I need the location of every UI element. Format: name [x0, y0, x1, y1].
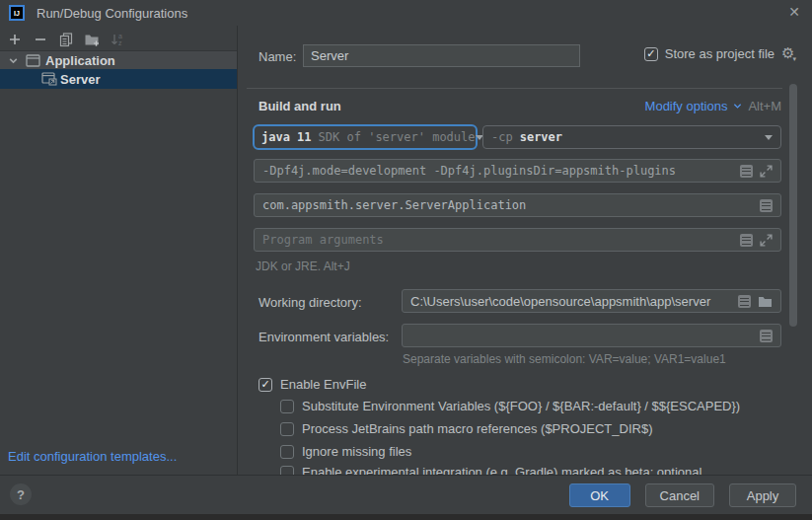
envfile-option-label: Substitute Environment Variables (${FOO}… [302, 399, 740, 413]
tree-item-label: Server [60, 72, 100, 87]
insert-macros-icon[interactable] [740, 165, 753, 178]
gear-icon[interactable]: ⚙▾ [781, 45, 798, 60]
vertical-scrollbar[interactable] [789, 84, 797, 327]
configurations-toolbar: az [5, 30, 126, 48]
store-as-project-file-label: Store as project file [665, 46, 775, 61]
ignore-missing-files-checkbox[interactable] [280, 445, 294, 459]
footer-buttons: OK Cancel Apply [569, 483, 796, 507]
sort-alphabetically-icon[interactable]: az [108, 30, 126, 48]
substitute-env-vars-checkbox[interactable] [280, 400, 294, 413]
remove-icon[interactable] [31, 30, 49, 48]
working-directory-field [402, 289, 781, 313]
section-divider [247, 88, 782, 89]
jdk-combo-value: java 11 [261, 130, 312, 144]
insert-macros-icon[interactable] [740, 234, 753, 247]
chevron-down-icon[interactable] [8, 55, 20, 66]
envfile-option-row: Substitute Environment Variables (${FOO}… [280, 399, 740, 413]
envfile-option-label: Ignore missing files [302, 444, 411, 459]
sidebar-divider [237, 26, 238, 475]
classpath-value: server [520, 130, 562, 144]
classpath-prefix: -cp [491, 130, 513, 144]
name-input[interactable] [304, 45, 579, 66]
program-arguments-field [254, 228, 781, 252]
modify-options-row: Modify options Alt+M [645, 99, 781, 113]
close-icon[interactable]: ✕ [788, 4, 800, 20]
new-folder-icon[interactable] [82, 30, 101, 48]
enable-envfile-label: Enable EnvFile [280, 377, 366, 392]
expand-field-icon[interactable] [760, 165, 773, 178]
jdk-combo-hint: SDK of 'server' module [319, 130, 476, 144]
name-label: Name: [258, 49, 296, 64]
tree-group-application[interactable]: Application [0, 51, 237, 69]
classpath-combo[interactable]: -cp server [482, 125, 781, 149]
dialog-title: Run/Debug Configurations [37, 6, 187, 21]
expand-field-icon[interactable] [760, 234, 773, 247]
main-class-field [254, 193, 781, 217]
environment-variables-label: Environment variables: [258, 330, 389, 344]
background-window-strip [0, 514, 812, 520]
apply-button[interactable]: Apply [729, 483, 796, 507]
jdk-hint: JDK or JRE. Alt+J [256, 260, 350, 273]
help-icon[interactable]: ? [10, 483, 32, 505]
enable-envfile-row: Enable EnvFile [258, 377, 366, 392]
application-icon [26, 54, 40, 67]
store-as-project-file-row: Store as project file ⚙▾ [644, 46, 798, 61]
copy-icon[interactable] [56, 30, 75, 48]
intellij-logo-icon: IJ [9, 5, 25, 21]
cancel-button[interactable]: Cancel [645, 483, 714, 507]
edit-configuration-templates-link[interactable]: Edit configuration templates... [8, 449, 177, 464]
insert-macros-icon[interactable] [760, 199, 773, 212]
vm-options-input[interactable] [255, 160, 780, 182]
program-arguments-input[interactable] [255, 229, 780, 251]
environment-variables-hint: Separate variables with semicolon: VAR=v… [403, 352, 726, 366]
enable-envfile-checkbox[interactable] [258, 378, 272, 392]
chevron-down-icon[interactable] [733, 102, 742, 111]
main-class-input[interactable] [255, 194, 780, 216]
envfile-option-row: Ignore missing files [280, 444, 411, 459]
build-and-run-header: Build and run [258, 99, 341, 113]
run-debug-configurations-dialog: IJ Run/Debug Configurations ✕ az Applica… [0, 0, 812, 520]
envfile-option-label: Process JetBrains path macro references … [302, 421, 652, 436]
environment-variables-input[interactable] [403, 325, 780, 346]
svg-text:a: a [118, 33, 122, 39]
working-directory-label: Working directory: [258, 295, 362, 310]
dropdown-arrow-icon[interactable] [765, 135, 773, 140]
envfile-option-row: Process JetBrains path macro references … [280, 421, 652, 436]
environment-variables-field [402, 324, 781, 347]
application-run-config-icon [41, 72, 57, 86]
ok-button[interactable]: OK [569, 483, 630, 507]
insert-macros-icon[interactable] [760, 330, 773, 342]
name-field-wrap [303, 44, 580, 67]
dialog-footer: ? OK Cancel Apply [0, 475, 812, 514]
add-icon[interactable] [5, 30, 24, 48]
jdk-combo[interactable]: java 11 SDK of 'server' module [253, 124, 478, 150]
vm-options-field [254, 159, 781, 183]
store-as-project-file-checkbox[interactable] [644, 47, 658, 61]
tree-group-label: Application [45, 53, 115, 68]
working-directory-input[interactable] [403, 290, 780, 312]
modify-options-link[interactable]: Modify options [645, 99, 728, 113]
browse-folder-icon[interactable] [758, 296, 773, 308]
insert-macros-icon[interactable] [738, 295, 751, 308]
svg-text:z: z [118, 39, 122, 46]
modify-options-shortcut: Alt+M [748, 99, 781, 113]
process-path-macros-checkbox[interactable] [280, 422, 294, 436]
tree-item-server[interactable]: Server [0, 69, 237, 89]
